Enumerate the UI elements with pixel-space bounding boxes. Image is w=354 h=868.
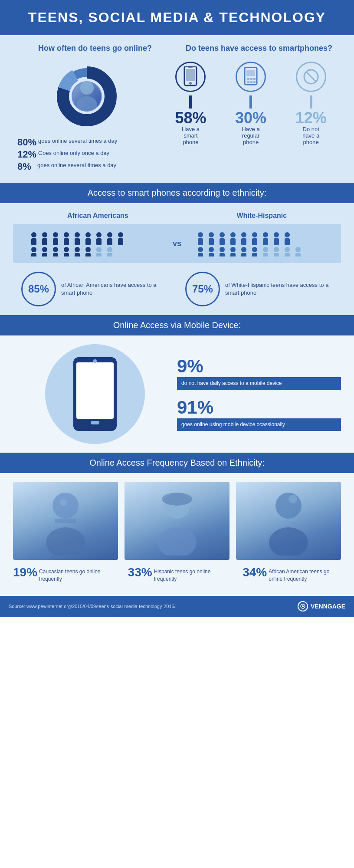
mobile-stat-9-box: do not have daily access to a mobile dev… [177, 377, 341, 390]
svg-point-92 [52, 493, 79, 519]
svg-rect-23 [42, 238, 47, 245]
left-column: 80% goes online several times a day 12% … [13, 62, 161, 174]
wh-bubble-circle: 75% [185, 272, 220, 306]
regular-phone-pct: 30% [235, 110, 266, 126]
svg-rect-47 [75, 253, 80, 256]
svg-point-7 [189, 82, 192, 85]
ethnicity-labels: African Americans White-Hispanic [13, 212, 341, 220]
african-american-label: African Americans [67, 212, 128, 220]
svg-point-24 [53, 232, 58, 237]
svg-rect-27 [64, 238, 69, 245]
svg-point-34 [107, 232, 112, 237]
wh-bubble-text: of White-Hispanic teens have access to a… [225, 281, 333, 297]
smartphone-icon-circle [175, 62, 206, 92]
mobile-band-label: Online Access via Mobile Device: [113, 320, 241, 330]
regular-phone-label: Have aregularphone [242, 126, 259, 145]
ethnicity-band: Access to smart phones according to ethn… [0, 183, 354, 203]
teen-stat-african-american: 34% African American teens go online fre… [243, 566, 341, 583]
svg-rect-51 [96, 253, 102, 256]
svg-point-60 [230, 232, 236, 237]
frequency-stats-list: 80% goes online several times a day 12% … [13, 138, 161, 174]
no-phone-pct: 12% [295, 110, 327, 126]
teen-text-hispanic: Hispanic teens go online frequently [154, 568, 226, 583]
donut-photo [72, 81, 102, 112]
svg-rect-49 [85, 253, 91, 256]
svg-point-70 [285, 232, 290, 237]
teen-pct-hispanic: 33% [128, 566, 152, 579]
footer-brand: VENNGAGE [298, 601, 345, 612]
svg-rect-75 [209, 253, 214, 256]
svg-point-72 [198, 247, 203, 252]
phone-graphic [13, 344, 177, 444]
section-frequency-ethnicity: 19% Caucasian teens go online frequently… [0, 473, 354, 596]
teen-photo-caucasian [13, 482, 118, 560]
svg-point-101 [288, 495, 297, 503]
teen-placeholder-2 [125, 482, 229, 560]
mobile-stat-9-text: do not have daily access to a mobile dev… [181, 380, 282, 386]
aa-bubble-text: of African Americans have access to a sm… [61, 281, 169, 297]
svg-rect-45 [64, 253, 69, 256]
svg-point-94 [60, 499, 67, 506]
stat-pct-12: 12% [17, 150, 36, 159]
svg-point-93 [46, 527, 85, 556]
mobile-stats: 9% do not have daily access to a mobile … [177, 357, 341, 431]
svg-rect-39 [31, 253, 36, 256]
white-hispanic-people [195, 230, 326, 256]
mobile-stat-91-pct: 91% [177, 398, 341, 417]
svg-point-98 [162, 493, 192, 506]
svg-point-22 [42, 232, 47, 237]
svg-rect-89 [285, 253, 290, 256]
teen-text-caucasian: Caucasian teens go online frequently [39, 568, 111, 583]
svg-rect-21 [31, 238, 36, 245]
stat-pct-8: 8% [17, 162, 36, 171]
svg-rect-83 [252, 253, 257, 256]
smartphone-label: Have asmartphone [182, 126, 200, 145]
mobile-band: Online Access via Mobile Device: [0, 315, 354, 335]
svg-rect-91 [295, 253, 301, 256]
svg-point-99 [275, 493, 302, 519]
people-icons-right [195, 230, 304, 256]
phone-home-btn [91, 421, 99, 424]
mobile-stat-9-pct: 9% [177, 357, 341, 375]
svg-rect-29 [75, 238, 80, 245]
svg-rect-11 [247, 78, 249, 80]
svg-rect-33 [96, 238, 102, 245]
svg-rect-35 [107, 238, 112, 245]
svg-rect-63 [241, 238, 246, 245]
svg-rect-8 [188, 67, 193, 68]
teen-stat-hispanic: 33% Hispanic teens go online frequently [128, 566, 226, 583]
svg-rect-95 [55, 519, 76, 523]
aa-bubble-circle: 85% [21, 272, 56, 306]
phone-icons-row: 58% Have asmartphone [161, 62, 341, 145]
bar-dark [189, 95, 192, 108]
stat-desc-8: goes online several times a day [37, 162, 116, 169]
svg-point-97 [157, 527, 197, 556]
svg-point-30 [85, 232, 91, 237]
regular-phone-icon-circle [236, 62, 266, 92]
bar-light [310, 95, 312, 108]
svg-rect-71 [285, 238, 290, 245]
svg-point-32 [96, 232, 102, 237]
svg-point-84 [263, 247, 268, 252]
donut-chart [52, 62, 121, 131]
teen-photo-african-american [236, 482, 341, 560]
svg-rect-14 [247, 81, 249, 83]
section-mobile: 9% do not have daily access to a mobile … [0, 335, 354, 453]
section-online-frequency: How often do teens go online? Do teens h… [0, 35, 354, 183]
svg-rect-15 [250, 81, 252, 83]
teen-text-african-american: African American teens go online frequen… [269, 568, 341, 583]
stat-item-80: 80% goes online several times a day [17, 138, 161, 147]
section1-content: 80% goes online several times a day 12% … [13, 62, 341, 174]
svg-point-4 [77, 96, 97, 112]
brand-icon [298, 601, 308, 612]
phone-screen [76, 362, 114, 419]
svg-line-18 [306, 72, 316, 82]
no-phone-label: Do nothave aphone [302, 126, 319, 145]
african-american-stat: 85% of African Americans have access to … [21, 272, 169, 306]
svg-point-3 [80, 81, 93, 95]
mobile-content: 9% do not have daily access to a mobile … [13, 344, 341, 444]
svg-rect-25 [53, 238, 58, 245]
svg-point-88 [285, 247, 290, 252]
svg-point-20 [31, 232, 36, 237]
page-title: TEENS, SOCIAL MEDIA & TECHNOLOGY [9, 10, 345, 26]
